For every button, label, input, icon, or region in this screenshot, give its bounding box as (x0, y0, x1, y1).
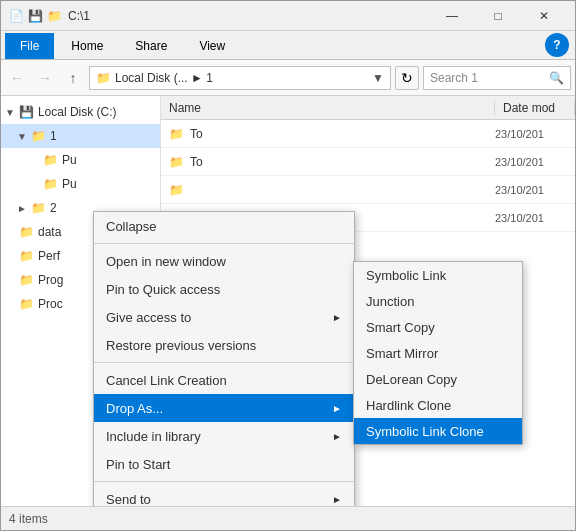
cm-cancel-link[interactable]: Cancel Link Creation (94, 366, 354, 394)
file-icon-2: 📁 (169, 183, 184, 197)
minimize-button[interactable]: — (429, 1, 475, 31)
file-date-2: 23/10/201 (495, 184, 575, 196)
cm-collapse-label: Collapse (106, 219, 342, 234)
address-path[interactable]: 📁 Local Disk (... ► 1 ▼ (89, 66, 391, 90)
back-button[interactable]: ← (5, 66, 29, 90)
cm-give-access[interactable]: Give access to ► (94, 303, 354, 331)
submenu-hardlink-clone-label: Hardlink Clone (366, 398, 510, 413)
cm-pin-quick[interactable]: Pin to Quick access (94, 275, 354, 303)
search-box[interactable]: Search 1 🔍 (423, 66, 571, 90)
file-item-2[interactable]: 📁 23/10/201 (161, 176, 575, 204)
hd-icon: 💾 (19, 105, 34, 119)
folder-icon-proc: 📁 (19, 297, 34, 311)
submenu-smart-copy[interactable]: Smart Copy (354, 314, 522, 340)
help-button[interactable]: ? (545, 33, 569, 57)
title-bar-controls: — □ ✕ (429, 1, 567, 31)
submenu-delorean-copy[interactable]: DeLorean Copy (354, 366, 522, 392)
chevron-down-icon: ▼ (5, 107, 15, 118)
search-placeholder: Search 1 (430, 71, 478, 85)
refresh-button[interactable]: ↻ (395, 66, 419, 90)
cm-open-new-window[interactable]: Open in new window (94, 247, 354, 275)
cm-restore-versions[interactable]: Restore previous versions (94, 331, 354, 359)
status-text: 4 items (9, 512, 48, 526)
address-bar: ← → ↑ 📁 Local Disk (... ► 1 ▼ ↻ Search 1… (1, 60, 575, 96)
tab-view[interactable]: View (184, 33, 240, 59)
folder-icon-prog: 📁 (19, 273, 34, 287)
address-path-text: Local Disk (... ► 1 (115, 71, 213, 85)
tab-file[interactable]: File (5, 33, 54, 59)
doc-icon: 📄 (9, 9, 24, 23)
folder-icon-pu1: 📁 (43, 153, 58, 167)
cm-collapse[interactable]: Collapse (94, 212, 354, 240)
sidebar-label-pu1: Pu (62, 153, 77, 167)
file-list-header: Name Date mod (161, 96, 575, 120)
ribbon-tabs: File Home Share View ? (1, 31, 575, 59)
cm-include-library[interactable]: Include in library ► (94, 422, 354, 450)
sidebar-item-localdisk[interactable]: ▼ 💾 Local Disk (C:) (1, 100, 160, 124)
file-date-3: 23/10/201 (495, 212, 575, 224)
submenu-symbolic-link[interactable]: Symbolic Link (354, 262, 522, 288)
file-name-1: To (190, 155, 203, 169)
arrow-icon-give-access: ► (332, 312, 342, 323)
maximize-button[interactable]: □ (475, 1, 521, 31)
arrow-icon-send-to: ► (332, 494, 342, 505)
sidebar-label-proc: Proc (38, 297, 63, 311)
cm-pin-quick-label: Pin to Quick access (106, 282, 342, 297)
ribbon: File Home Share View ? (1, 31, 575, 60)
submenu-symbolic-link-clone-label: Symbolic Link Clone (366, 424, 510, 439)
cm-send-to-label: Send to (106, 492, 332, 507)
sidebar-label-2: 2 (50, 201, 57, 215)
folder-icon-perf: 📁 (19, 249, 34, 263)
file-item-1[interactable]: 📁To 23/10/201 (161, 148, 575, 176)
forward-button[interactable]: → (33, 66, 57, 90)
cm-send-to[interactable]: Send to ► (94, 485, 354, 506)
sidebar-item-pu2[interactable]: ► 📁 Pu (1, 172, 160, 196)
folder-icon-pu2: 📁 (43, 177, 58, 191)
cm-sep-3 (94, 481, 354, 482)
submenu-hardlink-clone[interactable]: Hardlink Clone (354, 392, 522, 418)
sidebar-label-perf: Perf (38, 249, 60, 263)
cm-drop-as[interactable]: Drop As... ► (94, 394, 354, 422)
sidebar-label-prog: Prog (38, 273, 63, 287)
file-explorer-window: 📄 💾 📁 C:\1 — □ ✕ File Home Share View ? … (0, 0, 576, 531)
sidebar-item-pu1[interactable]: ► 📁 Pu (1, 148, 160, 172)
sidebar-label-pu2: Pu (62, 177, 77, 191)
sidebar-label-data: data (38, 225, 61, 239)
up-button[interactable]: ↑ (61, 66, 85, 90)
window-title: C:\1 (68, 9, 429, 23)
folder-icon-data: 📁 (19, 225, 34, 239)
file-icon-0: 📁 (169, 127, 184, 141)
file-item-0[interactable]: 📁To 23/10/201 (161, 120, 575, 148)
cm-pin-start[interactable]: Pin to Start (94, 450, 354, 478)
file-date-1: 23/10/201 (495, 156, 575, 168)
cm-sep-1 (94, 243, 354, 244)
submenu-smart-mirror-label: Smart Mirror (366, 346, 510, 361)
status-bar: 4 items (1, 506, 575, 530)
folder-icon-title: 📁 (47, 9, 62, 23)
cm-pin-start-label: Pin to Start (106, 457, 342, 472)
title-bar: 📄 💾 📁 C:\1 — □ ✕ (1, 1, 575, 31)
sidebar-label-localdisk: Local Disk (C:) (38, 105, 117, 119)
save-icon: 💾 (28, 9, 43, 23)
submenu-smart-copy-label: Smart Copy (366, 320, 510, 335)
column-name[interactable]: Name (161, 101, 495, 115)
chevron-right-icon-2: ► (17, 203, 27, 214)
cm-sep-2 (94, 362, 354, 363)
submenu-symbolic-link-label: Symbolic Link (366, 268, 510, 283)
tab-home[interactable]: Home (56, 33, 118, 59)
submenu-symbolic-link-clone[interactable]: Symbolic Link Clone (354, 418, 522, 444)
folder-icon-1: 📁 (31, 129, 46, 143)
close-button[interactable]: ✕ (521, 1, 567, 31)
submenu-junction[interactable]: Junction (354, 288, 522, 314)
submenu-delorean-copy-label: DeLorean Copy (366, 372, 510, 387)
folder-icon-2: 📁 (31, 201, 46, 215)
tab-share[interactable]: Share (120, 33, 182, 59)
column-date[interactable]: Date mod (495, 101, 575, 115)
submenu-smart-mirror[interactable]: Smart Mirror (354, 340, 522, 366)
title-bar-icons: 📄 💾 📁 (9, 9, 62, 23)
context-menu: Collapse Open in new window Pin to Quick… (93, 211, 355, 506)
sidebar-item-1[interactable]: ▼ 📁 1 (1, 124, 160, 148)
search-icon: 🔍 (549, 71, 564, 85)
chevron-down-icon-1: ▼ (17, 131, 27, 142)
submenu-junction-label: Junction (366, 294, 510, 309)
